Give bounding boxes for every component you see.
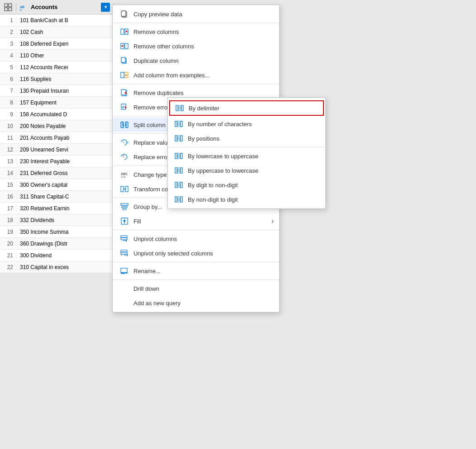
menu-label: Duplicate column	[133, 57, 179, 64]
submenu-item-digit-nondigit[interactable]: By digit to non-digit	[168, 178, 325, 192]
menu-label: Unpivot columns	[133, 236, 177, 242]
row-value: 116 Supplies	[16, 76, 114, 82]
svg-rect-81	[175, 136, 177, 141]
menu-item-add-column-examples[interactable]: Add column from examples...	[113, 68, 279, 82]
submenu-label: By non-digit to digit	[188, 196, 238, 203]
table-row: 7 130 Prepaid Insuran	[0, 85, 114, 97]
table-row: 5 112 Accounts Recei	[0, 61, 114, 73]
svg-rect-3	[9, 8, 12, 11]
menu-item-unpivot-selected[interactable]: Unpivot only selected columns	[113, 246, 279, 260]
row-value: 310 Capital in exces	[16, 264, 114, 270]
submenu-label: By lowercase to uppercase	[188, 153, 258, 160]
row-number: 14	[0, 170, 16, 176]
table-row: 1 101 Bank/Cash at B	[0, 14, 114, 26]
row-number: 9	[0, 111, 16, 118]
split-chars-icon	[174, 119, 183, 128]
table-row: 19 350 Income Summa	[0, 226, 114, 238]
svg-rect-44	[121, 186, 124, 192]
row-number: 11	[0, 135, 16, 141]
column-dropdown-button[interactable]: ▾	[101, 3, 110, 12]
menu-label: Remove errors	[133, 104, 172, 111]
data-grid: AB C Accounts ▾ 1 101 Bank/Cash at B 2 1…	[0, 0, 114, 273]
column-header[interactable]: AB C Accounts ▾	[16, 3, 114, 12]
separator	[113, 279, 279, 280]
submenu-item-by-num-chars[interactable]: By number of characters	[168, 117, 325, 131]
table-row: 8 157 Equipment	[0, 97, 114, 109]
submenu-item-uppercase-lowercase[interactable]: By uppercase to lowercase	[168, 163, 325, 178]
menu-item-rename[interactable]: Rename...	[113, 264, 279, 278]
svg-rect-103	[180, 182, 182, 188]
row-number: 8	[0, 99, 16, 106]
row-number: 10	[0, 123, 16, 129]
row-value: 230 Interest Payable	[16, 158, 114, 165]
svg-rect-7	[121, 11, 126, 16]
svg-rect-55	[121, 238, 127, 240]
table-row: 10 200 Notes Payable	[0, 120, 114, 132]
svg-rect-82	[180, 136, 182, 141]
table-row: 20 360 Drawings (Distr	[0, 238, 114, 250]
replace-errors-icon: !	[120, 152, 129, 161]
row-number: 15	[0, 182, 16, 188]
submenu-label: By number of characters	[188, 121, 252, 128]
change-type-icon: ABC 123	[120, 170, 129, 179]
separator	[168, 147, 325, 147]
menu-item-add-new-query[interactable]: Add as new query	[113, 296, 279, 310]
submenu-item-by-positions[interactable]: By positions	[168, 131, 325, 146]
split-delimiter-icon	[175, 104, 184, 113]
grid-rows: 1 101 Bank/Cash at B 2 102 Cash 3 108 De…	[0, 14, 114, 273]
grid-row-number-header	[0, 3, 16, 11]
row-number: 22	[0, 264, 16, 270]
row-value: 332 Dividends	[16, 217, 114, 223]
submenu-item-nondigit-digit[interactable]: By non-digit to digit	[168, 192, 325, 207]
menu-label: Split column	[133, 122, 166, 128]
svg-rect-95	[175, 168, 177, 173]
separator	[113, 230, 279, 230]
svg-rect-74	[175, 121, 177, 127]
row-number: 17	[0, 205, 16, 212]
row-number: 6	[0, 76, 16, 82]
drill-down-icon	[120, 284, 129, 293]
unpivot-selected-icon	[120, 249, 129, 258]
remove-duplicates-icon	[120, 88, 129, 97]
menu-item-remove-columns[interactable]: Remove columns	[113, 24, 279, 39]
menu-item-duplicate-column[interactable]: Duplicate column	[113, 53, 279, 68]
menu-item-unpivot-columns[interactable]: Unpivot columns	[113, 232, 279, 246]
fill-icon	[120, 217, 129, 226]
separator	[113, 84, 279, 84]
table-row: 6 116 Supplies	[0, 73, 114, 85]
svg-rect-89	[180, 153, 182, 159]
row-value: 231 Deferred Gross	[16, 170, 114, 176]
svg-rect-88	[175, 153, 177, 159]
svg-rect-54	[121, 236, 127, 237]
svg-rect-50	[123, 208, 126, 210]
svg-rect-17	[121, 57, 125, 62]
table-row: 4 110 Other	[0, 50, 114, 61]
menu-item-drill-down[interactable]: Drill down	[113, 281, 279, 296]
table-row: 14 231 Deferred Gross	[0, 167, 114, 179]
menu-label: Copy preview data	[133, 11, 182, 18]
svg-rect-1	[9, 4, 12, 7]
svg-rect-59	[121, 252, 127, 254]
table-row: 2 102 Cash	[0, 26, 114, 38]
split-column-submenu: By delimiter By number of characters	[167, 97, 326, 209]
svg-rect-102	[175, 182, 177, 188]
svg-rect-67	[176, 105, 178, 111]
menu-label: Add as new query	[133, 300, 181, 307]
grid-icon	[4, 3, 12, 11]
row-value: 101 Bank/Cash at B	[16, 17, 114, 24]
submenu-label: By delimiter	[189, 105, 219, 112]
menu-label: Add column from examples...	[133, 72, 209, 79]
submenu-item-lowercase-uppercase[interactable]: By lowercase to uppercase	[168, 149, 325, 163]
split-positions-icon	[174, 134, 183, 143]
table-row: 15 300 Owner's capital	[0, 179, 114, 191]
menu-item-fill[interactable]: Fill	[113, 214, 279, 228]
menu-item-remove-other-columns[interactable]: Remove other columns	[113, 39, 279, 53]
row-number: 4	[0, 52, 16, 59]
menu-item-copy-preview[interactable]: Copy preview data	[113, 7, 279, 21]
row-value: 350 Income Summa	[16, 229, 114, 235]
row-number: 5	[0, 64, 16, 71]
row-value: 157 Equipment	[16, 99, 114, 106]
submenu-item-by-delimiter[interactable]: By delimiter	[169, 100, 324, 116]
menu-label: Group by...	[133, 203, 162, 210]
row-value: 158 Accumulated D	[16, 111, 114, 118]
